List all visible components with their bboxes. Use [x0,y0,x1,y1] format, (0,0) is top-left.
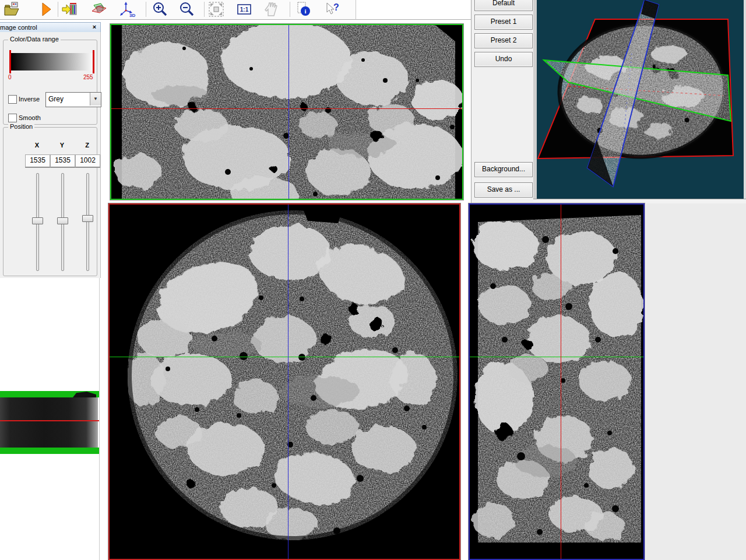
empty-client-area [646,203,746,560]
info-letter: i [304,8,306,15]
panel-edge-divider [99,278,100,560]
toolbar-empty-strip [356,0,471,20]
y-slider[interactable] [57,173,67,264]
thumbnail-specimen-side-view [0,397,98,448]
axes-glyph: 3D [119,1,136,17]
3d-axes-icon[interactable]: 3D [119,1,136,18]
help-glyph-svg: ? [325,1,341,17]
crosshair-green-horizontal[interactable] [110,357,459,357]
inverse-checkbox[interactable] [8,95,17,104]
info-icon[interactable]: i [295,1,312,18]
position-y-value[interactable]: 1535 [50,154,75,168]
smooth-checkbox[interactable] [8,114,17,122]
volume-3d-view[interactable] [533,0,746,199]
crosshair-green-horizontal[interactable] [470,357,643,357]
inverse-label: Inverse [19,96,40,103]
image-control-panel: Color/Data range 0 255 Inverse Grey ▼ Sm… [0,32,101,278]
axis-z-label: Z [75,142,99,149]
range-max-marker[interactable] [93,50,94,73]
application-window: 3D [0,0,746,560]
one-to-one-glyph: 1:1 [236,1,252,17]
volume-render [537,0,744,199]
colormap-value: Grey [48,95,64,103]
x-slider-thumb[interactable] [32,217,43,224]
import-glyph [61,1,78,17]
undo-button[interactable]: Undo [474,52,533,67]
slice-view-front-green[interactable] [110,24,463,200]
planes-glyph [91,1,107,17]
smooth-label: Smooth [19,114,41,121]
play-glyph [38,1,54,17]
axes-3d-label: 3D [129,13,135,17]
axis-x-label: X [25,142,49,149]
pan-icon[interactable] [262,1,280,18]
close-icon[interactable]: × [90,23,98,31]
info-glyph-svg: i [295,1,312,17]
crosshair-blue-vertical[interactable] [288,205,288,559]
y-slider-thumb[interactable] [57,217,68,224]
z-slider[interactable] [82,173,92,264]
range-max-label: 255 [83,74,93,80]
slice-view-top-red[interactable] [108,203,460,560]
zoom-in-glyph [152,1,168,17]
toolbar-separator [146,2,146,17]
zoom-in-icon[interactable] [152,1,169,18]
z-slider-thumb[interactable] [82,215,93,222]
overview-thumbnail[interactable] [0,391,99,454]
ct-slice-image [111,25,462,199]
preset2-button[interactable]: Preset 2 [474,33,533,48]
chevron-down-icon[interactable]: ▼ [90,93,101,105]
toolbar-separator [58,2,58,17]
open-file-icon[interactable] [3,1,20,18]
zoom-out-icon[interactable] [178,1,196,18]
window-edge [744,0,746,199]
next-step-icon[interactable] [37,1,55,18]
crosshair-blue-vertical[interactable] [288,25,289,199]
position-group: Position X Y Z 1535 1535 1002 [3,127,97,276]
panel-title-label: Image control [0,23,37,32]
crosshair-red-horizontal[interactable] [111,108,462,109]
default-button[interactable]: Default [474,0,533,11]
axis-y-label: Y [50,142,74,149]
slice-planes-icon[interactable] [90,1,108,18]
background-button[interactable]: Background... [474,162,533,177]
import-volume-icon[interactable] [61,1,78,18]
crosshair-red-vertical[interactable] [561,205,561,559]
hand-glyph [263,1,279,17]
fit-to-window-icon[interactable] [207,1,225,18]
fit-glyph [208,1,224,17]
position-x-value[interactable]: 1535 [25,154,50,168]
grey-gradient-ramp[interactable] [10,53,94,71]
ct-slice-image [470,205,643,559]
toolbar-separator [204,2,205,17]
main-toolbar: 3D [0,0,356,20]
save-as-button[interactable]: Save as ... [474,182,533,198]
open-folder-glyph [3,1,20,17]
color-data-range-label: Color/Data range [8,36,61,43]
view-controls-panel: Default Preset 1 Preset 2 Undo Backgroun… [471,0,534,203]
one-to-one-icon[interactable]: 1:1 [235,1,253,18]
help-letter: ? [333,2,339,12]
preset1-button[interactable]: Preset 1 [474,15,533,30]
toolbar-separator [290,2,290,17]
slice-view-side-blue[interactable] [469,203,645,560]
one-to-one-label: 1:1 [240,6,249,13]
x-slider[interactable] [32,173,42,264]
colormap-dropdown[interactable]: Grey ▼ [45,92,101,107]
color-data-range-group: Color/Data range 0 255 Inverse Grey ▼ Sm… [3,40,97,125]
position-z-value[interactable]: 1002 [75,154,100,168]
context-help-icon[interactable]: ? [324,1,342,18]
thumbnail-bottom-slab-marker [0,448,99,454]
ct-slice-image [110,205,459,559]
range-min-label: 0 [8,74,12,80]
zoom-out-glyph [179,1,195,17]
position-label: Position [8,123,34,130]
range-min-marker[interactable] [9,50,11,73]
thumbnail-slice-position-line [0,420,99,421]
